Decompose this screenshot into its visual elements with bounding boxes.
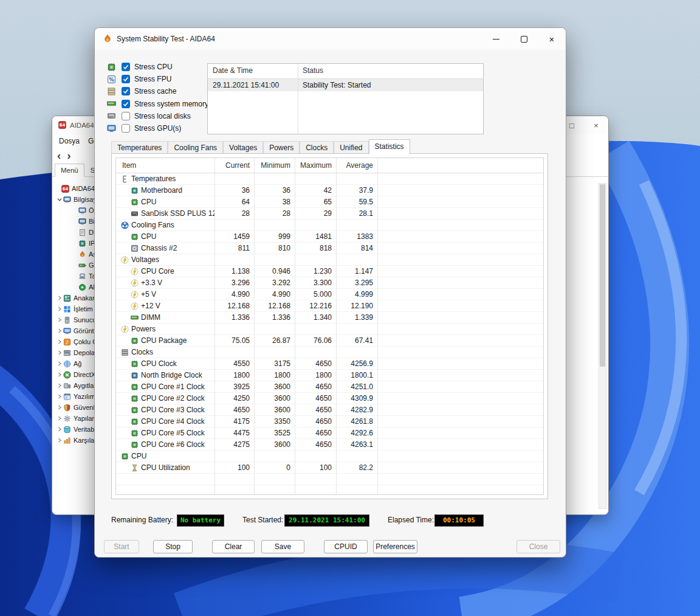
chevron-right-icon[interactable] (56, 361, 63, 366)
stress-label[interactable]: Stress CPU (134, 63, 173, 71)
stats-current-cell (215, 220, 255, 231)
stress-checkbox[interactable] (122, 63, 130, 71)
stress-label[interactable]: Stress GPU(s) (134, 124, 181, 133)
stress-option: Stress GPU(s) (107, 122, 208, 134)
disk-icon (107, 111, 116, 120)
fg-titlebar: System Stability Test - AIDA64 × (95, 28, 566, 50)
button-row: StartStopClearSaveCPUIDPreferencesClose (95, 540, 566, 555)
chevron-right-icon[interactable] (56, 328, 63, 333)
bg-scrollbar-thumb[interactable] (600, 184, 605, 367)
stats-min-cell: 3600 (255, 381, 295, 393)
bg-scrollbar[interactable] (599, 183, 606, 509)
stats-avg-cell: 37.9 (337, 185, 378, 196)
cache-icon (107, 87, 116, 96)
stats-item-cell: CPU Core (116, 266, 215, 277)
bg-nav-tab[interactable]: Menü (55, 164, 84, 177)
stats-header: Average (337, 158, 378, 173)
security-icon (63, 404, 72, 412)
bg-close-button[interactable]: × (584, 116, 608, 134)
stress-label[interactable]: Stress cache (134, 87, 176, 95)
stats-max-cell: 1800 (295, 370, 337, 381)
stress-label[interactable]: Stress system memory (134, 100, 208, 108)
cpuid-button[interactable]: CPUID (324, 540, 368, 553)
stress-checkbox[interactable] (122, 87, 130, 95)
stats-avg-cell: 1.339 (337, 312, 378, 324)
chevron-right-icon[interactable] (56, 438, 63, 443)
stress-checkbox[interactable] (122, 75, 130, 83)
maximize-button[interactable] (510, 28, 538, 50)
stats-min-cell: 3350 (255, 416, 295, 427)
stress-checkbox[interactable] (122, 100, 130, 108)
stats-max-cell: 76.06 (295, 335, 337, 347)
chevron-right-icon[interactable] (56, 339, 63, 344)
chevron-right-icon[interactable] (56, 416, 63, 421)
stats-current-cell: 811 (215, 243, 255, 254)
chevron-right-icon[interactable] (56, 296, 63, 300)
stats-item-cell: Cooling Fans (116, 220, 215, 231)
battery-label: Remaining Battery: (111, 516, 173, 524)
bg-menu-Dosya[interactable]: Dosya (55, 134, 84, 148)
statistics-table: ItemCurrentMinimumMaximumAverageTemperat… (115, 157, 544, 495)
stats-min-cell: 38 (255, 196, 295, 208)
stats-avg-cell: 59.5 (337, 196, 378, 208)
stats-avg-cell: 4282.9 (337, 404, 378, 416)
chevron-right-icon[interactable] (56, 383, 63, 388)
computer-icon (78, 218, 87, 226)
forward-button[interactable]: › (67, 148, 70, 163)
stats-current-cell: 1800 (215, 370, 255, 381)
chevron-right-icon[interactable] (56, 427, 63, 432)
stress-checkbox[interactable] (122, 112, 130, 120)
stats-item-cell: Powers (116, 324, 215, 335)
chevron-right-icon[interactable] (56, 317, 63, 322)
stress-label[interactable]: Stress local disks (134, 112, 191, 120)
svg-text:64: 64 (60, 123, 66, 128)
stats-max-cell: 4650 (295, 381, 337, 393)
tab-unified[interactable]: Unified (334, 141, 368, 153)
log-column-divider (298, 64, 298, 134)
dmi-icon (78, 229, 87, 237)
svg-text:64: 64 (63, 187, 69, 192)
tab-voltages[interactable]: Voltages (223, 141, 263, 153)
chevron-right-icon[interactable] (56, 394, 63, 399)
stats-current-cell: 64 (215, 196, 255, 208)
stats-avg-cell: 28.1 (337, 208, 378, 220)
stress-checkbox[interactable] (122, 124, 130, 133)
tab-clocks[interactable]: Clocks (300, 141, 334, 153)
stats-current-cell: 4250 (215, 393, 255, 404)
elapsed-lcd: 00:10:05 (434, 514, 484, 527)
stress-label[interactable]: Stress FPU (134, 75, 171, 83)
stats-max-cell (295, 324, 337, 335)
directx-icon (63, 371, 72, 379)
tab-statistics[interactable]: Statistics (369, 139, 410, 154)
save-button[interactable]: Save (261, 540, 304, 553)
minimize-button[interactable] (482, 28, 510, 50)
stats-max-cell: 4650 (295, 404, 337, 416)
tab-cooling-fans[interactable]: Cooling Fans (168, 141, 223, 153)
close-button[interactable]: × (538, 28, 566, 50)
chevron-right-icon[interactable] (56, 405, 63, 410)
stats-min-cell: 999 (255, 231, 295, 243)
stats-max-cell: 4650 (295, 416, 337, 427)
clear-button[interactable]: Clear (212, 540, 255, 553)
stats-min-cell: 28 (255, 208, 295, 220)
cpu-icon (107, 63, 116, 72)
stats-current-cell: 4175 (215, 416, 255, 427)
stop-button[interactable]: Stop (153, 540, 193, 553)
log-row[interactable]: 29.11.2021 15:41:00 Stability Test: Star… (208, 79, 483, 91)
chevron-right-icon[interactable] (56, 306, 63, 311)
chevron-right-icon[interactable] (56, 372, 63, 377)
chevron-right-icon[interactable] (56, 350, 63, 355)
tab-powers[interactable]: Powers (263, 141, 300, 153)
stats-min-cell: 3525 (255, 427, 295, 439)
stats-avg-cell: 3.295 (337, 277, 378, 289)
tab-temperatures[interactable]: Temperatures (111, 141, 168, 153)
stats-current-cell (215, 347, 255, 358)
stats-item-cell: Motherboard (116, 185, 215, 196)
chevron-down-icon[interactable] (56, 197, 63, 202)
stats-max-cell: 1481 (295, 231, 337, 243)
stats-max-cell: 3.300 (295, 277, 337, 289)
chipset-icon (78, 240, 87, 247)
back-button[interactable]: ‹ (57, 148, 61, 163)
ssd-icon (131, 210, 139, 218)
preferences-button[interactable]: Preferences (373, 540, 417, 553)
